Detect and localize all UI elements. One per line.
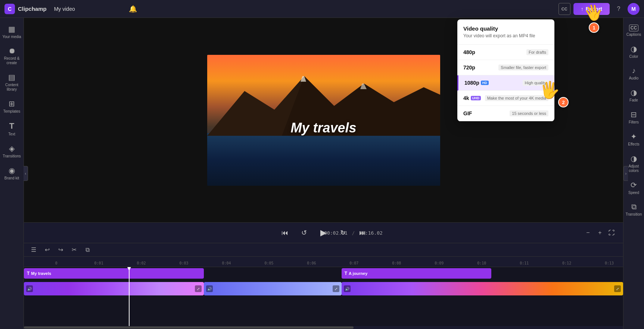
rewind-button[interactable]: ↺ xyxy=(298,226,311,239)
content-library-icon: ▤ xyxy=(8,73,15,82)
sidebar-item-label: Your media xyxy=(2,35,21,39)
ruler-label-004: 0:04 xyxy=(222,261,231,265)
video-clip-mute-button-1[interactable]: 🔊 xyxy=(26,285,33,292)
text-clip-my-travels[interactable]: T My travels xyxy=(24,268,204,279)
lake xyxy=(207,133,440,185)
right-panel: › CC Captions ◑ Color ♪ Audio ◑ Fade ⊟ F… xyxy=(623,18,644,329)
right-item-effects[interactable]: ✦ Effects xyxy=(624,129,644,150)
video-clip-expand-button-1[interactable]: ⤢ xyxy=(195,285,202,292)
video-clip-2[interactable]: 🔊 ⤢ xyxy=(204,282,342,295)
right-item-audio[interactable]: ♪ Audio xyxy=(624,63,644,84)
video-clip-1[interactable]: 🔊 ⤢ xyxy=(24,282,204,295)
ruler-label-007: 0:07 xyxy=(349,261,358,265)
sidebar-item-brand-kit[interactable]: ◉ Brand kit xyxy=(1,163,23,184)
video-clip-mute-button-3[interactable]: 🔊 xyxy=(344,285,351,292)
adjust-colors-icon: ◑ xyxy=(631,154,637,163)
effects-icon: ✦ xyxy=(631,132,637,141)
quality-label-4k: 4k UHD xyxy=(463,95,481,101)
right-item-captions[interactable]: CC Captions xyxy=(624,22,644,40)
quality-label-720p: 720p xyxy=(463,65,475,70)
right-item-color[interactable]: ◑ Color xyxy=(624,41,644,62)
sidebar-item-text[interactable]: T Text xyxy=(1,118,23,140)
quality-label-480p: 480p xyxy=(463,49,475,55)
quality-desc-gif: 15 seconds or less xyxy=(510,110,548,116)
ruler-label-003: 0:03 xyxy=(179,261,188,265)
ruler-label-005: 0:05 xyxy=(264,261,273,265)
preview-title-text: My travels xyxy=(207,120,440,136)
sidebar-item-your-media[interactable]: ▦ Your media xyxy=(1,22,23,42)
time-display: 00:02.01 / 00:16.02 xyxy=(324,230,383,236)
right-item-label: Effects xyxy=(628,142,639,147)
quality-label-gif: GIF xyxy=(463,110,472,116)
ruler-label-011: 0:11 xyxy=(520,261,529,265)
text-clip-icon: T xyxy=(27,271,29,276)
quality-option-480p[interactable]: 480p For drafts xyxy=(457,45,554,60)
video-clip-expand-button-3[interactable]: ⤢ xyxy=(614,285,621,292)
duplicate-button[interactable]: ⧉ xyxy=(82,245,93,255)
dropdown-subtitle: Your video will export as an MP4 file xyxy=(463,33,548,38)
collapse-sidebar-button[interactable]: ‹ xyxy=(24,166,28,181)
sidebar-item-transitions[interactable]: ◈ Transitions xyxy=(1,141,23,162)
right-item-label: Audio xyxy=(629,76,639,81)
ruler-label-008: 0:08 xyxy=(392,261,401,265)
text-clip-label: My travels xyxy=(31,271,51,276)
transitions-icon: ◈ xyxy=(9,144,15,153)
right-item-transition[interactable]: ⧉ Transition xyxy=(624,200,644,220)
sidebar-item-content-library[interactable]: ▤ Content library xyxy=(1,70,23,95)
ruler-label-009: 0:09 xyxy=(435,261,444,265)
captions-icon: CC xyxy=(629,25,638,31)
right-item-filters[interactable]: ⊟ Filters xyxy=(624,107,644,128)
notification-bell-button[interactable]: 🔔 xyxy=(127,3,139,15)
top-actions: CC ↑ Export ? M xyxy=(559,3,640,15)
video-clip-mute-button-2[interactable]: 🔊 xyxy=(206,285,213,292)
templates-icon: ⊞ xyxy=(9,99,15,108)
video-background: My travels xyxy=(207,55,440,186)
text-clip-a-journey[interactable]: T A journey xyxy=(342,268,491,279)
sidebar-item-templates[interactable]: ⊞ Templates xyxy=(1,96,23,117)
right-item-label: Speed xyxy=(628,191,639,195)
zoom-out-button[interactable]: − xyxy=(583,228,593,238)
color-icon: ◑ xyxy=(631,44,637,53)
collapse-right-panel-button[interactable]: › xyxy=(623,166,628,181)
total-time: 00:16.02 xyxy=(359,230,383,236)
help-button[interactable]: ? xyxy=(613,3,625,15)
ruler-label-002: 0:02 xyxy=(137,261,146,265)
fade-icon: ◑ xyxy=(631,88,637,97)
app-logo: C xyxy=(4,4,15,14)
timeline-scrollbar[interactable] xyxy=(24,326,623,329)
video-clip-3[interactable]: 🔊 ⤢ xyxy=(342,282,623,295)
avatar[interactable]: M xyxy=(628,3,640,15)
uhd-badge: UHD xyxy=(471,96,481,100)
redo-button[interactable]: ↪ xyxy=(55,245,66,255)
skip-back-button[interactable]: ⏮ xyxy=(278,226,292,239)
sidebar: ▦ Your media ⏺ Record & create ▤ Content… xyxy=(0,18,24,329)
time-separator: / xyxy=(352,230,355,236)
quality-option-4k[interactable]: 4k UHD Make the most of your 4K media xyxy=(457,91,554,106)
sidebar-item-label: Brand kit xyxy=(4,176,19,181)
preview-canvas: My travels xyxy=(207,55,440,186)
fullscreen-button[interactable]: ⛶ xyxy=(605,227,617,239)
quality-option-gif[interactable]: GIF 15 seconds or less xyxy=(457,106,554,121)
sidebar-item-record-create[interactable]: ⏺ Record & create xyxy=(1,44,23,68)
timeline-toolbar: ☰ ↩ ↪ ✂ ⧉ xyxy=(24,243,623,257)
text-clip-label-2: A journey xyxy=(349,271,367,276)
quality-option-720p[interactable]: 720p Smaller file, faster export xyxy=(457,60,554,75)
text-icon: T xyxy=(9,121,14,131)
video-clip-expand-button-2[interactable]: ⤢ xyxy=(333,285,339,292)
split-button[interactable]: ✂ xyxy=(69,245,79,255)
timeline-area: ☰ ↩ ↪ ✂ ⧉ 0 0:01 0:02 0:03 0:04 0:05 0:0… xyxy=(24,243,623,329)
export-button[interactable]: ↑ Export xyxy=(573,3,610,15)
sidebar-item-label: Transitions xyxy=(3,154,21,159)
export-dropdown: Video quality Your video will export as … xyxy=(457,19,554,121)
sidebar-item-label: Text xyxy=(8,132,15,137)
zoom-in-button[interactable]: + xyxy=(595,228,605,238)
captions-button[interactable]: CC xyxy=(559,3,570,15)
timeline-menu-button[interactable]: ☰ xyxy=(28,245,39,255)
ruler-label-010: 0:10 xyxy=(477,261,486,265)
undo-button[interactable]: ↩ xyxy=(42,245,52,255)
quality-option-1080p[interactable]: 1080p HD High quality xyxy=(457,75,554,91)
sidebar-item-label: Content library xyxy=(2,83,22,92)
timeline-scroll-thumb[interactable] xyxy=(24,326,354,329)
video-title-input[interactable] xyxy=(51,4,122,13)
right-item-fade[interactable]: ◑ Fade xyxy=(624,85,644,106)
